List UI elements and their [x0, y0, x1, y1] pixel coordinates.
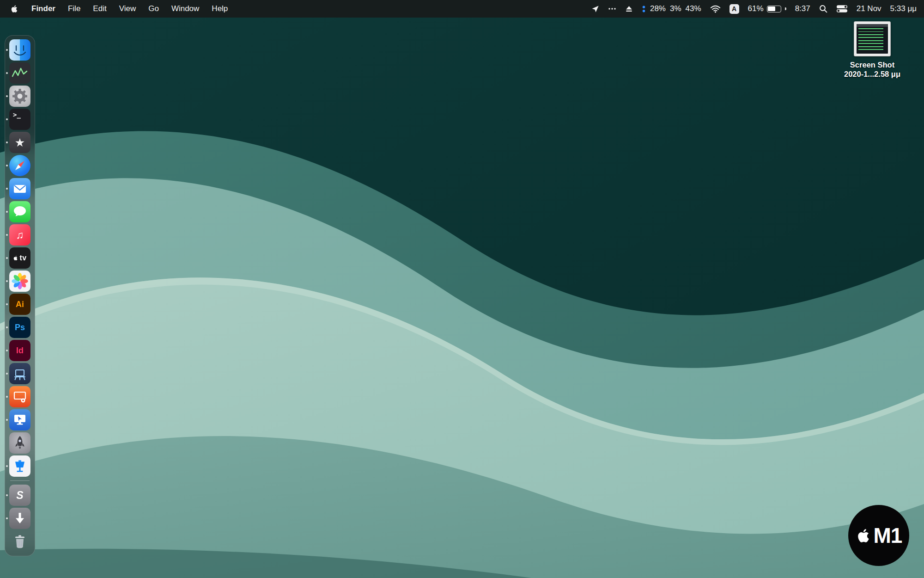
dock-item-messages[interactable] — [9, 201, 30, 222]
system-stats-menu[interactable]: 28% 3% 43% — [642, 4, 701, 13]
messages-bubble-icon — [9, 201, 30, 222]
s-logo-app-icon: S — [9, 485, 30, 506]
timer-text[interactable]: 8:37 — [795, 4, 810, 13]
menu-view[interactable]: View — [119, 4, 136, 13]
screen-recorder-icon — [9, 386, 30, 407]
desktop-file-label-line1: Screen Shot — [850, 61, 894, 69]
illustrator-icon: Ai — [9, 294, 30, 315]
menu-bar-status: 28% 3% 43% A 61% 8:37 21 Nov 5:33 μμ — [591, 4, 917, 14]
dock-item-blue-design-app[interactable] — [9, 363, 30, 384]
dock-item-safari[interactable] — [9, 155, 30, 176]
s-glyph: S — [16, 489, 23, 502]
screenshot-thumbnail-screen — [857, 24, 888, 54]
photos-flower-icon — [9, 271, 30, 292]
time-text[interactable]: 5:33 μμ — [890, 4, 917, 13]
dock-item-screen-recorder-app[interactable] — [9, 386, 30, 407]
remote-desktop-icon — [9, 409, 30, 430]
keyboard-input-source[interactable]: A — [729, 4, 739, 14]
gpu-stat: 3% — [670, 4, 681, 13]
illustrator-glyph: Ai — [16, 300, 24, 309]
m1-wallpaper-badge: M1 — [848, 505, 909, 566]
music-note-glyph: ♫ — [16, 230, 24, 240]
finder-icon — [9, 39, 30, 61]
download-arrow-icon — [9, 508, 30, 529]
menu-bar: Finder File Edit View Go Window Help 28%… — [0, 0, 924, 18]
dock-item-s-logo-app[interactable]: S — [9, 485, 30, 506]
system-preferences-gear-icon — [9, 86, 30, 107]
dock-separator — [10, 480, 30, 481]
date-text[interactable]: 21 Nov — [857, 4, 881, 13]
desktop-file-label: Screen Shot 2020-1...2.58 μμ — [844, 61, 900, 79]
location-services-icon[interactable] — [591, 5, 599, 13]
dock-item-star-app[interactable]: ★ — [9, 132, 30, 153]
dock-item-adobe-photoshop[interactable]: Ps — [9, 317, 30, 338]
menu-help[interactable]: Help — [212, 4, 228, 13]
apple-logo-small-icon — [13, 255, 18, 261]
trash-bin-icon — [9, 531, 30, 552]
screenshot-thumbnail-text-lines — [858, 28, 883, 52]
safari-compass-icon — [9, 155, 30, 176]
music-note-icon: ♫ — [9, 224, 30, 246]
terminal-prompt-glyph: >_ — [13, 111, 21, 118]
mem-stat: 43% — [686, 4, 701, 13]
menu-go[interactable]: Go — [148, 4, 159, 13]
stats-dot-icon — [642, 5, 646, 13]
mail-envelope-icon — [9, 178, 30, 199]
screenshot-thumbnail-titlebar — [857, 24, 888, 27]
battery-nub — [785, 7, 786, 10]
launchpad-rocket-icon — [9, 432, 30, 454]
photoshop-icon: Ps — [9, 317, 30, 338]
battery-icon — [767, 6, 781, 12]
star-glyph: ★ — [15, 137, 25, 148]
desktop-file-label-line2: 2020-1...2.58 μμ — [844, 70, 900, 78]
control-center-icon[interactable] — [836, 5, 848, 13]
dock-item-mail[interactable] — [9, 178, 30, 199]
battery-menu[interactable]: 61% — [748, 4, 786, 13]
m1-chip-text: M1 — [874, 523, 902, 548]
star-app-icon: ★ — [9, 132, 30, 153]
apple-menu[interactable] — [10, 4, 19, 14]
dock-item-keynote[interactable] — [9, 455, 30, 477]
cpu-stat: 28% — [650, 4, 666, 13]
overflow-status-icon[interactable] — [608, 5, 616, 12]
dock-item-system-preferences[interactable] — [9, 86, 30, 107]
photoshop-glyph: Ps — [15, 323, 25, 332]
blue-design-app-icon — [9, 363, 30, 384]
dock-item-apple-tv[interactable]: tv — [9, 247, 30, 269]
dock: >_ ★ ♫ tv — [5, 35, 35, 556]
dock-item-music[interactable]: ♫ — [9, 224, 30, 246]
menu-file[interactable]: File — [68, 4, 80, 13]
apple-logo-icon — [10, 4, 19, 14]
dock-item-remote-desktop-app[interactable] — [9, 409, 30, 430]
menu-window[interactable]: Window — [171, 4, 199, 13]
menu-app-name[interactable]: Finder — [31, 4, 55, 13]
activity-monitor-icon — [9, 62, 30, 84]
dock-item-trash[interactable] — [9, 531, 30, 552]
desktop-wallpaper — [0, 0, 924, 578]
indesign-glyph: Id — [16, 346, 24, 356]
screenshot-thumbnail — [854, 21, 891, 56]
dock-item-finder[interactable] — [9, 39, 30, 61]
dock-item-photos[interactable] — [9, 271, 30, 292]
battery-percent-text: 61% — [748, 4, 764, 13]
dock-item-adobe-illustrator[interactable]: Ai — [9, 294, 30, 315]
dock-item-downloader-app[interactable] — [9, 508, 30, 529]
apple-tv-icon: tv — [9, 247, 30, 269]
tv-glyph: tv — [19, 254, 26, 262]
terminal-icon: >_ — [9, 109, 30, 130]
dock-item-launchpad[interactable] — [9, 432, 30, 454]
indesign-icon: Id — [9, 340, 30, 361]
desktop-file-screenshot[interactable]: Screen Shot 2020-1...2.58 μμ — [831, 21, 914, 79]
keynote-podium-icon — [9, 455, 30, 477]
eject-icon[interactable] — [625, 5, 633, 13]
menu-bar-left: Finder File Edit View Go Window Help — [10, 4, 228, 14]
menu-edit[interactable]: Edit — [93, 4, 106, 13]
wifi-icon[interactable] — [710, 5, 721, 13]
dock-item-adobe-indesign[interactable]: Id — [9, 340, 30, 361]
dock-item-terminal[interactable]: >_ — [9, 109, 30, 130]
spotlight-search-icon[interactable] — [819, 5, 827, 13]
apple-logo-badge-icon — [856, 526, 872, 545]
battery-fill — [768, 6, 775, 11]
dock-item-activity-monitor[interactable] — [9, 62, 30, 84]
